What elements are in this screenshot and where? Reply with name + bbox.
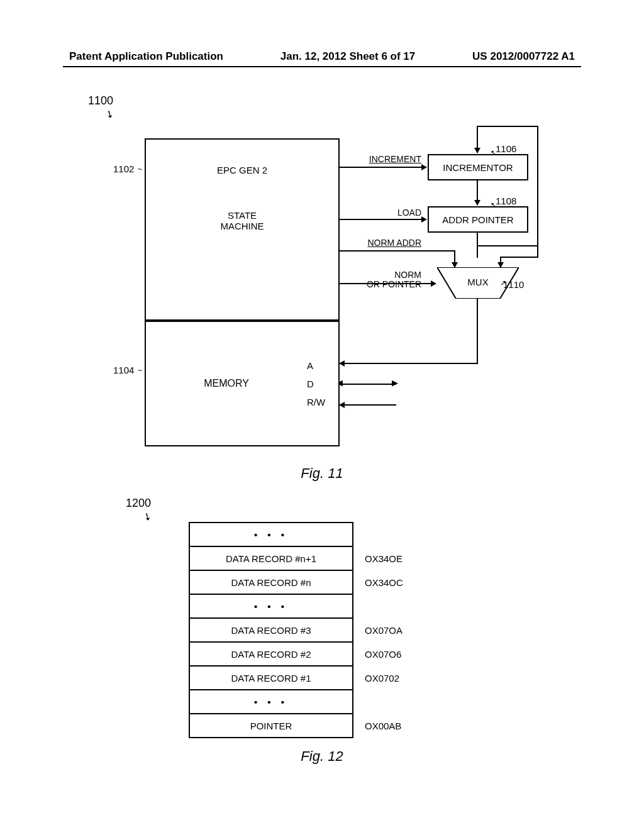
signal-norm-addr: NORM ADDR — [343, 238, 421, 248]
memory-map-cell: • • • — [189, 594, 353, 618]
addr-pointer-block: ADDR POINTER — [428, 206, 528, 233]
memory-map-row: • • • — [189, 523, 404, 546]
memory-map-addr: OX34OE — [353, 546, 404, 570]
ref-1100: 1100 ➘ — [88, 94, 113, 108]
header-rule — [63, 66, 581, 67]
memory-label: MEMORY — [146, 378, 307, 389]
tick-1102: ~ — [138, 165, 142, 174]
wire-bus-to-mux — [500, 257, 501, 267]
memory-map-row: POINTEROX00AB — [189, 714, 404, 738]
ref-1108: 1108 — [496, 196, 516, 206]
memory-map-addr: OX0702 — [353, 666, 404, 690]
memory-map-table: • • •DATA RECORD #n+1OX34OEDATA RECORD #… — [189, 522, 404, 738]
tick-1108: ↗ — [491, 201, 497, 209]
memory-map-row: DATA RECORD #n+1OX34OE — [189, 546, 404, 570]
memory-map-addr — [353, 690, 404, 714]
memory-map-cell: DATA RECORD #n — [189, 570, 353, 594]
memory-map-row: DATA RECORD #1OX0702 — [189, 666, 404, 690]
epc-title: EPC GEN 2 — [217, 165, 267, 175]
wire-d — [340, 384, 396, 385]
header-publication: Patent Application Publication — [69, 50, 223, 63]
wire-increment — [340, 167, 426, 168]
wire-normaddr-v — [454, 250, 455, 267]
wire-mux-out-v — [477, 299, 478, 363]
memory-map-row: • • • — [189, 690, 404, 714]
memory-map-addr — [353, 523, 404, 546]
arrow-d-right: ▶ — [392, 378, 398, 387]
wire-mux-to-a — [340, 363, 478, 364]
tick-1110: ↗ — [500, 279, 506, 287]
state-machine-label-2: MACHINE — [220, 221, 264, 231]
memory-map-addr: OX00AB — [353, 714, 404, 738]
signal-load: LOAD — [343, 208, 421, 218]
wire-right-bus-v — [537, 126, 538, 258]
ref-1110: 1110 — [503, 279, 524, 290]
memory-map-addr: OX34OC — [353, 570, 404, 594]
ref-1106: 1106 — [496, 143, 516, 154]
memory-map-row: DATA RECORD #nOX34OC — [189, 570, 404, 594]
memory-map-row: • • • — [189, 594, 404, 618]
memory-map-cell: DATA RECORD #1 — [189, 666, 353, 690]
memory-map-cell: • • • — [189, 523, 353, 546]
memory-map-cell: DATA RECORD #3 — [189, 618, 353, 642]
memory-map-cell: • • • — [189, 690, 353, 714]
ref-1102: 1102 — [113, 163, 134, 174]
memory-map-addr: OX07O6 — [353, 642, 404, 666]
header-pubnumber: US 2012/0007722 A1 — [472, 50, 575, 63]
signal-increment: INCREMENT — [343, 154, 421, 164]
wire-inc-top-h — [477, 126, 538, 127]
epc-state-machine-block: EPC GEN 2 STATE MACHINE — [145, 138, 340, 321]
memory-map-addr: OX07OA — [353, 618, 404, 642]
wire-inc-top-v — [477, 126, 478, 153]
ref-1200: 1200 ➘ — [126, 497, 151, 510]
memory-port-rw: R/W — [307, 397, 325, 407]
wire-load — [340, 219, 426, 220]
tick-1104: ~ — [138, 366, 142, 375]
memory-map-row: DATA RECORD #3OX07OA — [189, 618, 404, 642]
state-machine-label-1: STATE — [228, 210, 257, 221]
memory-port-a: A — [307, 360, 313, 371]
figure-11-caption: Fig. 11 — [0, 465, 644, 482]
signal-norm-or-pointer: NORMOR POINTER — [333, 270, 421, 290]
wire-inc-to-ptr — [477, 180, 478, 205]
incrementor-block: INCREMENTOR — [428, 154, 528, 180]
memory-block: MEMORY A D R/W — [145, 321, 340, 446]
ref-1104: 1104 — [113, 365, 134, 375]
tick-1106: ↗ — [491, 148, 497, 157]
memory-map-cell: POINTER — [189, 714, 353, 738]
memory-map-cell: DATA RECORD #2 — [189, 642, 353, 666]
page-header: Patent Application Publication Jan. 12, … — [0, 50, 644, 63]
memory-map-cell: DATA RECORD #n+1 — [189, 546, 353, 570]
header-date-sheet: Jan. 12, 2012 Sheet 6 of 17 — [280, 50, 416, 63]
wire-rw — [340, 404, 396, 406]
wire-normaddr-h — [340, 250, 454, 252]
memory-map-addr — [353, 594, 404, 618]
figure-11: 1100 ➘ EPC GEN 2 STATE MACHINE MEMORY A … — [88, 94, 541, 446]
wire-normorptr — [340, 283, 436, 284]
memory-port-d: D — [307, 379, 314, 389]
wire-ptr-out-h — [477, 245, 538, 246]
memory-map-row: DATA RECORD #2OX07O6 — [189, 642, 404, 666]
figure-12-caption: Fig. 12 — [0, 748, 644, 765]
wire-bus-to-mux-h — [500, 257, 538, 258]
